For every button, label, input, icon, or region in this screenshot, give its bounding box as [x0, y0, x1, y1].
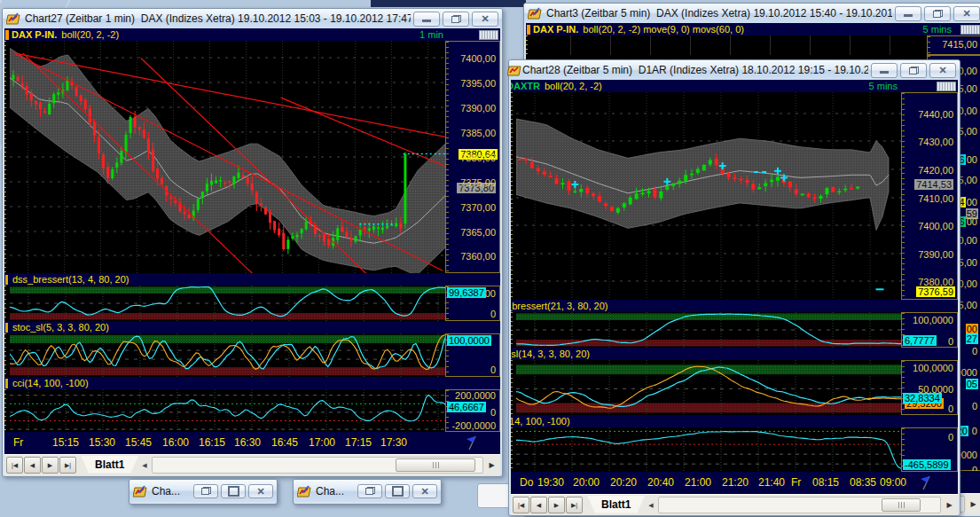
- maximize-button[interactable]: [385, 484, 410, 498]
- chart28-scrollbar[interactable]: [658, 497, 941, 513]
- pane-accent: [5, 379, 8, 388]
- time-axis-label: 16:30: [234, 436, 261, 449]
- chart27-time-axis: Fr15:1515:3015:4516:0016:1516:3016:4517:…: [4, 432, 500, 454]
- pane3-scale: 200,0000 46,6667 0 -200,0000: [445, 389, 500, 432]
- price-label: 7390,00: [460, 103, 496, 114]
- chart-window-icon: [133, 485, 148, 497]
- close-button[interactable]: ✕: [929, 63, 956, 78]
- chart3-price-plot[interactable]: [531, 35, 927, 55]
- tab-first-button[interactable]: |◀: [513, 497, 529, 513]
- tab-scroll-left[interactable]: ◀: [138, 458, 150, 472]
- flag-icon: [463, 434, 481, 451]
- window-title: Chart27 (Zeitbar 1 min) DAX (Indizes Xet…: [25, 12, 411, 25]
- titlebar-minimized-1[interactable]: Cha... ✕: [129, 480, 277, 502]
- restore-button[interactable]: [900, 63, 927, 78]
- minimize-button[interactable]: [871, 63, 898, 78]
- study-label: boll(20, 2, -2): [545, 81, 602, 92]
- cci-pane[interactable]: [516, 427, 901, 472]
- price-label: 7385,00: [460, 128, 496, 138]
- time-axis-label: 20:00: [573, 476, 600, 489]
- restore-icon: [451, 15, 461, 23]
- stoc-sl-pane[interactable]: [10, 333, 445, 377]
- time-axis-label: 09:00: [880, 476, 906, 489]
- price-scale-fragment: 0,00: [958, 235, 978, 246]
- sheet-tab-blatt1[interactable]: Blatt1: [587, 496, 645, 513]
- price-scale-fragment: 0: [971, 401, 978, 411]
- price-label: 7360,00: [460, 251, 496, 262]
- chart27-series-header: DAX P-IN. boll(20, 2, -2) 1 min: [4, 28, 500, 41]
- price-scale-fragment: 5,00: [958, 175, 978, 185]
- restore-button[interactable]: [924, 6, 951, 21]
- sheet-tab-blatt1[interactable]: Blatt1: [81, 456, 138, 474]
- stoc-sl-pane[interactable]: [516, 360, 901, 415]
- chart27-price-plot[interactable]: [10, 41, 445, 273]
- window-chart28[interactable]: Chart28 (Zeitbar 5 min) D1AR (Indizes Xe…: [508, 59, 960, 516]
- scale-zero: 0: [490, 364, 496, 375]
- indicator-label: stoc_sl(14, 3, 3, 80, 20): [511, 349, 590, 360]
- maximize-button[interactable]: [221, 484, 246, 498]
- dss-bressert-pane[interactable]: [10, 286, 445, 321]
- price-scale-fragment: 5,00: [958, 126, 978, 137]
- titlebar-minimized-2[interactable]: Cha... ✕: [294, 480, 441, 502]
- symbol-label: DAX P-IN.: [533, 24, 578, 35]
- titlebar-chart27[interactable]: Chart27 (Zeitbar 1 min) DAX (Indizes Xet…: [3, 9, 502, 28]
- price-label: 7380,00: [918, 277, 953, 287]
- header-grip[interactable]: [479, 30, 498, 40]
- header-grip[interactable]: [960, 25, 980, 35]
- pane1-header: dss_bressert(13, 4, 80, 20): [4, 273, 500, 286]
- time-axis-label: 20:20: [610, 476, 637, 489]
- minimize-button[interactable]: [413, 12, 440, 27]
- restore-button[interactable]: [443, 12, 469, 27]
- close-button[interactable]: ✕: [412, 484, 437, 498]
- minimize-icon: [880, 71, 889, 74]
- chart28-tab-bar: |◀ ◀ ▶ ▶| Blatt1 ◀ ▶: [511, 494, 958, 515]
- restore-button[interactable]: [357, 484, 382, 498]
- price-scale-fragment: 5,00: [958, 257, 978, 268]
- tab-next-button[interactable]: ▶: [548, 497, 565, 513]
- tab-last-button[interactable]: ▶|: [59, 457, 76, 474]
- time-axis-label: 17:30: [380, 436, 407, 449]
- chart28-price-plot[interactable]: [516, 92, 901, 300]
- minimized-window-2[interactable]: Cha... ✕: [293, 479, 442, 505]
- window-chart27[interactable]: Chart27 (Zeitbar 1 min) DAX (Indizes Xet…: [2, 8, 503, 477]
- price-label: 7395,00: [460, 78, 496, 89]
- scroll-right-button[interactable]: ▶: [967, 497, 980, 512]
- close-button[interactable]: ✕: [472, 12, 498, 27]
- scrollbar-thumb[interactable]: [882, 498, 921, 512]
- tab-scroll-left[interactable]: ◀: [645, 498, 656, 512]
- indicator-value-badge: 99,6387: [447, 287, 486, 298]
- minimize-button[interactable]: [895, 6, 921, 21]
- pane2-scale: 100,0000 0: [445, 333, 500, 377]
- tab-last-button[interactable]: ▶|: [566, 497, 583, 513]
- close-button[interactable]: ✕: [953, 6, 980, 21]
- restore-button[interactable]: [193, 484, 218, 498]
- scroll-right-button[interactable]: ▶: [943, 497, 956, 513]
- pane3-header: cci(14, 100, -100): [4, 377, 500, 389]
- cci-pane[interactable]: [10, 389, 445, 432]
- tab-first-button[interactable]: |◀: [6, 457, 23, 474]
- ghost-price-badge: 7414,53: [914, 179, 953, 190]
- header-grip[interactable]: [937, 82, 956, 91]
- study-label: boll(20, 2, -2) move(9, 0) movs(60, 0): [583, 24, 744, 35]
- price-scale-fragment: 0,00: [958, 278, 978, 289]
- titlebar-chart3[interactable]: Chart3 (Zeitbar 5 min) DAX (Indizes Xetr…: [524, 4, 980, 23]
- maximize-icon: [228, 486, 239, 497]
- scale-zero: 0: [948, 432, 953, 443]
- indicator-value-badge: -465,5899: [903, 459, 951, 470]
- tab-prev-button[interactable]: ◀: [24, 457, 41, 474]
- price-scale-fragment: 5,00: [958, 83, 978, 94]
- chart28-series-header: DAXTR boll(20, 2, -2) 5 mins: [511, 80, 958, 92]
- price-label: 7380,00: [460, 153, 496, 163]
- scroll-right-button[interactable]: ▶: [485, 458, 498, 473]
- tab-next-button[interactable]: ▶: [42, 457, 59, 474]
- series-accent-bar: [5, 30, 9, 40]
- close-button[interactable]: ✕: [248, 484, 273, 498]
- price-label: 7420,00: [918, 165, 953, 176]
- scrollbar-thumb[interactable]: [396, 458, 475, 472]
- dss-bressert-pane[interactable]: [516, 312, 901, 348]
- chart27-scrollbar[interactable]: [152, 457, 483, 474]
- minimized-window-1[interactable]: Cha... ✕: [129, 479, 278, 505]
- indicator-value-badge: 46,6667: [447, 402, 486, 412]
- tab-prev-button[interactable]: ◀: [530, 497, 547, 513]
- titlebar-chart28[interactable]: Chart28 (Zeitbar 5 min) D1AR (Indizes Xe…: [509, 60, 960, 80]
